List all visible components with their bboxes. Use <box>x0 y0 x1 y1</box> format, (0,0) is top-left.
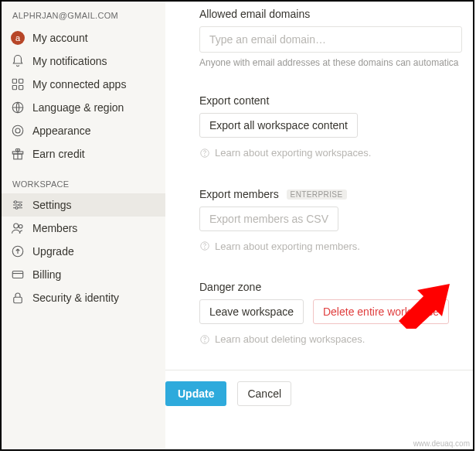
help-icon <box>199 241 210 251</box>
sidebar-item-label: Language & region <box>32 101 124 114</box>
lock-icon <box>11 291 25 305</box>
delete-workspace-button[interactable]: Delete entire workspace <box>313 299 449 324</box>
svg-point-13 <box>19 225 23 229</box>
svg-point-9 <box>15 201 17 203</box>
learn-export-members[interactable]: Learn about exporting members. <box>199 241 360 252</box>
sidebar-item-label: Members <box>32 222 77 234</box>
svg-rect-0 <box>12 79 16 83</box>
learn-delete-workspaces[interactable]: Learn about deleting workspaces. <box>199 333 365 345</box>
sidebar-item-settings[interactable]: Settings <box>2 193 165 217</box>
sidebar-item-label: My account <box>32 32 88 44</box>
sidebar-item-my-notifications[interactable]: My notifications <box>2 49 165 73</box>
account-email: ALPHRJAN@GMAIL.COM <box>2 6 165 26</box>
globe-icon <box>11 101 25 114</box>
svg-rect-1 <box>19 79 23 83</box>
sidebar-item-my-account[interactable]: a My account <box>2 26 165 49</box>
update-button[interactable]: Update <box>165 381 226 406</box>
help-icon <box>199 148 210 159</box>
sidebar-item-label: Billing <box>32 268 61 281</box>
svg-point-11 <box>15 207 18 209</box>
sidebar-item-label: Upgrade <box>32 245 74 258</box>
cancel-button[interactable]: Cancel <box>237 381 291 406</box>
danger-zone-title: Danger zone <box>199 281 459 293</box>
svg-rect-15 <box>12 271 23 278</box>
allowed-domains-title: Allowed email domains <box>199 8 459 20</box>
svg-point-12 <box>14 224 19 228</box>
sidebar-item-label: Appearance <box>32 125 91 137</box>
gift-icon <box>11 147 25 161</box>
members-icon <box>11 221 25 235</box>
sidebar-item-security[interactable]: Security & identity <box>2 286 165 309</box>
export-content-title: Export content <box>199 94 459 107</box>
svg-point-20 <box>205 248 206 249</box>
svg-rect-16 <box>14 297 22 303</box>
enterprise-badge: ENTERPRISE <box>287 189 347 200</box>
sidebar-item-label: My connected apps <box>32 78 126 90</box>
help-icon <box>199 334 210 345</box>
sidebar-item-label: Security & identity <box>32 292 119 304</box>
sidebar-item-members[interactable]: Members <box>2 217 165 240</box>
settings-sidebar: ALPHRJAN@GMAIL.COM a My account My notif… <box>2 2 165 449</box>
apps-icon <box>11 77 25 91</box>
avatar: a <box>11 31 25 45</box>
svg-point-6 <box>12 125 23 136</box>
bell-icon <box>11 54 25 68</box>
allowed-domains-helper: Anyone with email addresses at these dom… <box>199 57 459 68</box>
learn-export-workspaces[interactable]: Learn about exporting workspaces. <box>199 147 371 159</box>
export-members-csv-button[interactable]: Export members as CSV <box>199 207 338 231</box>
sidebar-item-language-region[interactable]: Language & region <box>2 96 165 119</box>
footer-divider: Update Cancel <box>165 370 473 406</box>
billing-icon <box>11 268 25 282</box>
sidebar-item-label: Earn credit <box>32 148 85 160</box>
sidebar-item-label: Settings <box>32 199 72 211</box>
sidebar-item-billing[interactable]: Billing <box>2 263 165 286</box>
sidebar-item-earn-credit[interactable]: Earn credit <box>2 142 165 166</box>
export-members-title: Export members ENTERPRISE <box>199 188 459 200</box>
upgrade-icon <box>11 244 25 258</box>
svg-rect-2 <box>12 86 16 90</box>
sidebar-item-upgrade[interactable]: Upgrade <box>2 240 165 263</box>
sidebar-item-appearance[interactable]: Appearance <box>2 119 165 142</box>
settings-main: Allowed email domains Anyone with email … <box>165 2 473 449</box>
sidebar-item-connected-apps[interactable]: My connected apps <box>2 73 165 96</box>
svg-point-18 <box>205 155 206 155</box>
svg-point-5 <box>15 128 20 133</box>
watermark: www.deuaq.com <box>413 439 470 448</box>
export-all-content-button[interactable]: Export all workspace content <box>199 113 358 138</box>
svg-point-10 <box>19 204 22 207</box>
leave-workspace-button[interactable]: Leave workspace <box>199 299 304 324</box>
svg-point-22 <box>205 341 206 342</box>
settings-icon <box>11 198 25 212</box>
appearance-icon <box>11 124 25 138</box>
allowed-domains-input[interactable] <box>199 26 462 53</box>
sidebar-item-label: My notifications <box>32 55 107 67</box>
sidebar-section-workspace: WORKSPACE <box>2 166 165 193</box>
svg-rect-3 <box>19 86 23 90</box>
